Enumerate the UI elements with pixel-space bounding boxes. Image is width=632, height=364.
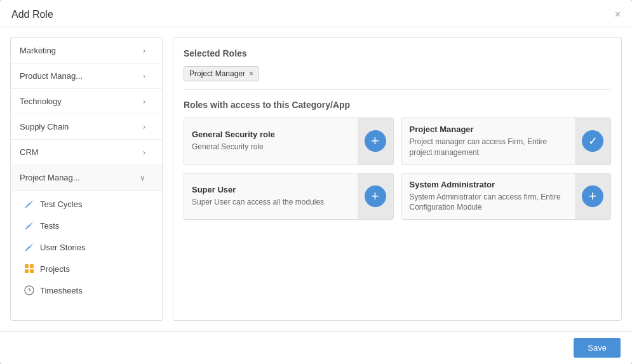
selected-role-label: Project Manager [189, 69, 245, 78]
role-card-action: ✓ [575, 118, 610, 165]
main-content: Selected Roles Project Manager × Roles w… [173, 37, 622, 321]
sidebar-subitem-projects[interactable]: Projects [11, 258, 162, 280]
role-card-desc: General Security role [192, 142, 350, 152]
svg-rect-1 [30, 264, 34, 268]
sidebar-item-supply-chain[interactable]: Supply Chain › [11, 114, 162, 140]
role-card-name: Super User [192, 185, 350, 194]
sidebar-subitem-user-stories[interactable]: User Stories [11, 236, 162, 258]
sidebar-submenu-project-manage: Test Cycles Tests User Stories Projects [11, 191, 162, 304]
role-card-desc: Super User can access all the modules [192, 197, 350, 208]
roles-section-title: Roles with access to this Category/App [184, 100, 611, 110]
selected-roles-title: Selected Roles [184, 48, 611, 58]
sidebar-item-project-manage[interactable]: Project Manag... ∨ [11, 165, 162, 191]
sidebar-item-label: Marketing [20, 46, 56, 55]
sidebar-item-label: Product Manag... [20, 71, 83, 81]
role-add-button[interactable]: + [582, 185, 603, 207]
sidebar-item-label: Project Manag... [20, 173, 80, 182]
roles-grid: General Security role General Security r… [184, 118, 611, 220]
role-card-name: General Security role [192, 130, 350, 139]
dialog-body: Marketing › Product Manag... › Technolog… [0, 27, 632, 331]
subitem-label: Timesheets [40, 286, 83, 295]
role-card-content: Project Manager Project manager can acce… [402, 118, 575, 165]
role-card-name: System Administrator [410, 180, 568, 189]
dialog-close-button[interactable]: × [615, 10, 621, 20]
svg-rect-2 [25, 269, 29, 273]
sidebar-subitem-tests[interactable]: Tests [11, 215, 162, 236]
role-card-content: Super User Super User can access all the… [184, 179, 358, 214]
sidebar-arrow-icon: › [143, 46, 145, 55]
leaf-icon [24, 198, 35, 210]
subitem-label: Tests [40, 221, 59, 231]
remove-role-button[interactable]: × [249, 69, 253, 78]
sidebar-item-label: Technology [20, 97, 62, 106]
role-card-system-admin: System Administrator System Administrato… [401, 173, 612, 220]
role-card-desc: Project manager can access Firm, Entire … [410, 137, 568, 158]
subitem-label: Projects [40, 264, 70, 274]
sidebar-item-product-manage[interactable]: Product Manag... › [11, 64, 162, 89]
role-card-general-security: General Security role General Security r… [184, 118, 394, 165]
add-role-dialog: Add Role × Marketing › Product Manag... … [0, 0, 632, 364]
sidebar-arrow-icon: › [143, 97, 145, 106]
sidebar-subitem-test-cycles[interactable]: Test Cycles [11, 193, 162, 215]
dialog-header: Add Role × [0, 0, 632, 27]
save-button[interactable]: Save [574, 338, 621, 358]
sidebar-item-label: Supply Chain [20, 122, 69, 131]
role-card-name: Project Manager [410, 125, 568, 134]
sidebar-item-crm[interactable]: CRM › [11, 140, 162, 165]
role-card-action: + [575, 173, 610, 220]
sidebar-arrow-icon: › [143, 72, 145, 81]
sidebar-arrow-icon: › [143, 148, 145, 157]
svg-rect-0 [25, 264, 29, 268]
clock-icon [24, 285, 35, 296]
sidebar-item-technology[interactable]: Technology › [11, 89, 162, 114]
role-card-content: General Security role General Security r… [184, 123, 358, 159]
sidebar-item-marketing[interactable]: Marketing › [11, 38, 162, 64]
role-add-button[interactable]: + [365, 185, 386, 207]
role-card-project-manager: Project Manager Project manager can acce… [401, 118, 612, 165]
dialog-footer: Save [0, 331, 632, 364]
sidebar-item-label: CRM [20, 147, 39, 157]
sidebar-arrow-icon: ∨ [140, 173, 145, 182]
role-card-desc: System Administrator can access firm, En… [410, 192, 568, 213]
role-card-action: + [358, 173, 393, 220]
role-selected-button[interactable]: ✓ [582, 130, 603, 152]
subitem-label: Test Cycles [40, 199, 82, 209]
selected-role-tag: Project Manager × [184, 66, 259, 81]
dialog-title: Add Role [11, 9, 53, 20]
svg-rect-3 [30, 269, 34, 273]
sidebar-arrow-icon: › [143, 123, 145, 131]
selected-roles-area: Selected Roles Project Manager × [184, 48, 611, 90]
subitem-label: User Stories [40, 243, 86, 252]
leaf-icon [24, 220, 35, 231]
sidebar-subitem-timesheets[interactable]: Timesheets [11, 280, 162, 301]
grid-icon [24, 263, 35, 274]
role-card-action: + [358, 118, 393, 165]
role-add-button[interactable]: + [365, 130, 386, 152]
role-card-content: System Administrator System Administrato… [402, 173, 575, 220]
roles-section: Roles with access to this Category/App G… [184, 100, 611, 220]
role-card-super-user: Super User Super User can access all the… [184, 173, 394, 220]
leaf-icon [24, 241, 35, 253]
sidebar: Marketing › Product Manag... › Technolog… [10, 37, 163, 321]
